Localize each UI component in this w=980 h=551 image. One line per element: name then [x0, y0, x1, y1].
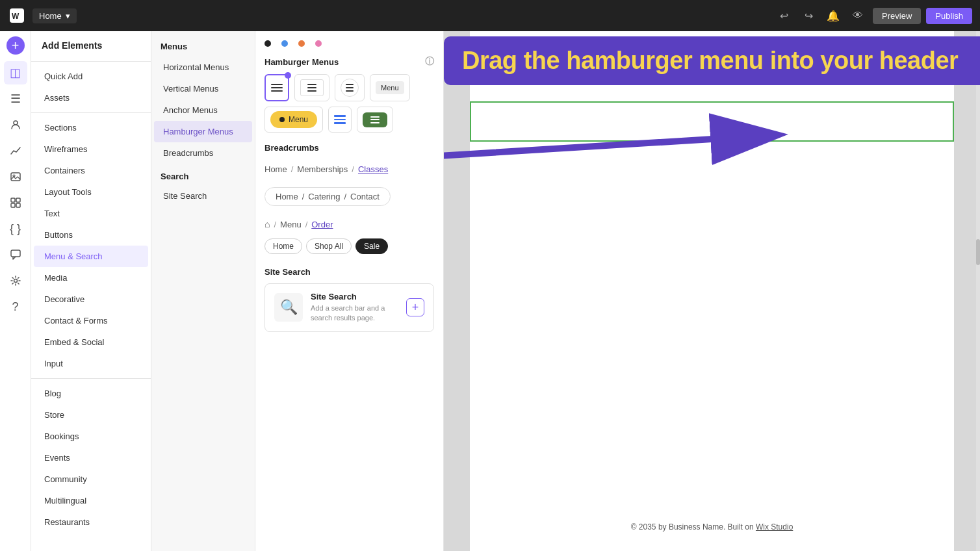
- elements-divider-1: [31, 112, 151, 113]
- eye-button[interactable]: 👁: [848, 6, 868, 25]
- ham-lines-card[interactable]: [264, 74, 289, 101]
- ham-box-card[interactable]: [294, 74, 329, 101]
- containers-item[interactable]: Containers: [34, 160, 148, 181]
- bookings-item[interactable]: Bookings: [34, 426, 148, 447]
- code-sidebar-btn[interactable]: { }: [4, 217, 27, 240]
- svg-point-2: [14, 121, 18, 125]
- breadcrumb-tag-sale[interactable]: Sale: [355, 238, 388, 254]
- elements-divider-top: [31, 61, 151, 62]
- svg-rect-9: [11, 250, 20, 257]
- hamburger-info-icon[interactable]: ⓘ: [425, 56, 434, 68]
- site-search-card: 🔍 Site Search Add a search bar and a sea…: [264, 283, 434, 332]
- text-item[interactable]: Text: [34, 203, 148, 224]
- add-element-button[interactable]: +: [6, 36, 25, 55]
- settings-sidebar-btn[interactable]: [4, 269, 27, 292]
- apps-sidebar-btn[interactable]: [4, 191, 27, 214]
- canvas-footer: © 2035 by Business Name. Built on Wix St…: [470, 522, 954, 532]
- hamburger-menus-item[interactable]: Hamburger Menus: [154, 121, 252, 142]
- publish-button[interactable]: Publish: [926, 8, 972, 24]
- ham-blue-lines-card[interactable]: [328, 107, 352, 133]
- media-item[interactable]: Media: [34, 267, 148, 288]
- input-item[interactable]: Input: [34, 353, 148, 374]
- svg-rect-5: [11, 198, 15, 202]
- header-green-border-left: [470, 101, 471, 140]
- canvas-area: Drag the hamburger menu into your header: [444, 31, 980, 551]
- menu-search-item[interactable]: Menu & Search: [34, 246, 148, 267]
- svg-text:W: W: [12, 12, 19, 21]
- community-item[interactable]: Community: [34, 468, 148, 490]
- analytics-sidebar-btn[interactable]: [4, 139, 27, 162]
- ham-circle-icon: [341, 79, 359, 97]
- ham-text-card[interactable]: Menu: [370, 74, 410, 101]
- restaurants-item[interactable]: Restaurants: [34, 511, 148, 533]
- breadcrumbs-section: Home / Memberships / Classes Home / Cate…: [264, 159, 434, 254]
- pages-sidebar-btn[interactable]: ☰: [4, 87, 27, 110]
- elements-panel: Add Elements Quick Add Assets Sections W…: [31, 31, 151, 551]
- site-search-nav-item[interactable]: Site Search: [154, 185, 252, 207]
- breadcrumb-tags: Home Shop All Sale: [264, 238, 434, 254]
- site-search-section: 🔍 Site Search Add a search bar and a sea…: [264, 283, 434, 332]
- hamburger-items-grid: Menu Menu: [264, 74, 434, 133]
- contact-forms-item[interactable]: Contact & Forms: [34, 310, 148, 331]
- header-green-border-top: [470, 101, 954, 103]
- breadcrumb-plain: Home / Memberships / Classes: [264, 159, 434, 179]
- anchor-menus-item[interactable]: Anchor Menus: [154, 99, 252, 121]
- ham-text-icon: Menu: [376, 81, 404, 94]
- svg-rect-3: [11, 173, 20, 181]
- icon-sidebar: + ◫ ☰ { } ?: [0, 31, 31, 551]
- notifications-button[interactable]: 🔔: [823, 6, 843, 25]
- wix-studio-link[interactable]: Wix Studio: [756, 522, 793, 532]
- blog-item[interactable]: Blog: [34, 383, 148, 404]
- breadcrumbs-item[interactable]: Breadcrumbs: [154, 142, 252, 164]
- undo-button[interactable]: ↩: [774, 6, 793, 25]
- events-item[interactable]: Events: [34, 447, 148, 468]
- wireframes-item[interactable]: Wireframes: [34, 138, 148, 160]
- page-selector[interactable]: Home ▾: [32, 8, 77, 23]
- ham-green-icon: [363, 112, 387, 127]
- ham-circle-card[interactable]: [335, 74, 365, 101]
- layout-tools-item[interactable]: Layout Tools: [34, 181, 148, 203]
- layers-sidebar-btn[interactable]: ◫: [4, 61, 27, 84]
- members-sidebar-btn[interactable]: [4, 113, 27, 136]
- breadcrumb-tag-home[interactable]: Home: [264, 238, 302, 254]
- embed-social-item[interactable]: Embed & Social: [34, 331, 148, 353]
- menus-panel: Menus Horizontal Menus Vertical Menus An…: [151, 31, 255, 551]
- breadcrumb-home-icon: ⌂ / Menu / Order: [264, 214, 434, 235]
- svg-point-4: [13, 175, 15, 177]
- sections-item[interactable]: Sections: [34, 117, 148, 138]
- canvas-scrollbar-thumb[interactable]: [976, 239, 980, 265]
- ham-green-card[interactable]: [357, 107, 393, 133]
- arrow-svg: [444, 109, 873, 194]
- ham-lines-icon: [271, 84, 283, 92]
- elements-divider-2: [31, 378, 151, 379]
- main-layout: + ◫ ☰ { } ? Add Elements Quick Add Asset…: [0, 31, 980, 551]
- preview-button[interactable]: Preview: [873, 8, 921, 24]
- media-sidebar-btn[interactable]: [4, 165, 27, 188]
- ham-box-icon: [300, 79, 324, 96]
- buttons-item[interactable]: Buttons: [34, 224, 148, 246]
- site-search-add-button[interactable]: +: [406, 298, 424, 316]
- topbar: W Home ▾ ↩ ↪ 🔔 👁 Preview Publish: [0, 0, 980, 31]
- svg-rect-8: [16, 203, 20, 207]
- header-green-border-bottom: [470, 140, 954, 142]
- assets-item[interactable]: Assets: [34, 87, 148, 109]
- multilingual-item[interactable]: Multilingual: [34, 490, 148, 511]
- vertical-menus-item[interactable]: Vertical Menus: [154, 78, 252, 99]
- chat-sidebar-btn[interactable]: [4, 243, 27, 266]
- topbar-actions: ↩ ↪ 🔔 👁 Preview Publish: [774, 6, 972, 25]
- redo-button[interactable]: ↪: [799, 6, 818, 25]
- breadcrumb-tag-shopall[interactable]: Shop All: [306, 238, 352, 254]
- color-dot-pink: [315, 40, 322, 47]
- hamburger-section-header: Hamburger Menus ⓘ: [264, 56, 434, 68]
- quick-add-item[interactable]: Quick Add: [34, 66, 148, 87]
- decorative-item[interactable]: Decorative: [34, 288, 148, 310]
- color-dots-row: [264, 40, 434, 47]
- horizontal-menus-item[interactable]: Horizontal Menus: [154, 57, 252, 78]
- canvas-inner: © 2035 by Business Name. Built on Wix St…: [470, 31, 954, 551]
- store-item[interactable]: Store: [34, 404, 148, 426]
- site-search-section-header: Site Search: [264, 267, 434, 277]
- breadcrumbs-section-header: Breadcrumbs: [264, 143, 434, 153]
- help-sidebar-btn[interactable]: ?: [4, 295, 27, 318]
- ham-yellow-card[interactable]: Menu: [264, 107, 323, 133]
- canvas-scrollbar-track: [976, 31, 980, 551]
